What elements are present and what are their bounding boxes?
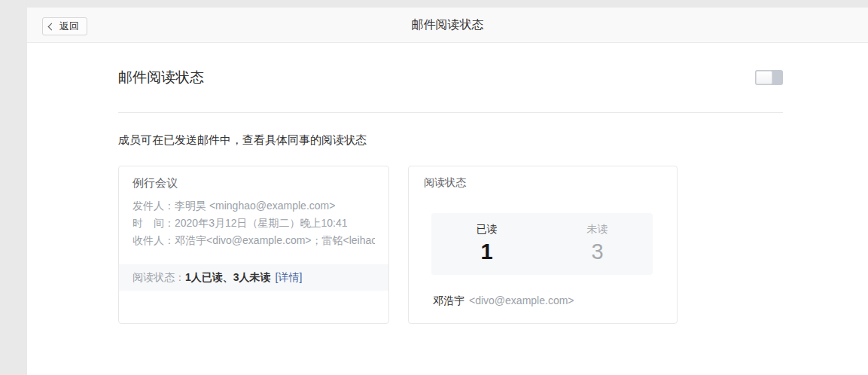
reader-row: 邓浩宇<divo@example.com> (433, 294, 662, 308)
detail-link[interactable]: [详情] (276, 271, 303, 283)
settings-panel: 返回 邮件阅读状态 邮件阅读状态 成员可在已发送邮件中，查看具体同事的阅读状态 … (27, 8, 868, 375)
content-area: 邮件阅读状态 成员可在已发送邮件中，查看具体同事的阅读状态 例行会议 发件人：李… (118, 43, 783, 324)
unread-column: 未读 3 (542, 213, 653, 275)
status-card-body: 阅读状态 已读 1 未读 3 邓浩宇<divo@example.com> (409, 166, 677, 308)
mail-recipients-line: 收件人：邓浩宇<divo@example.com>；雷铭<leihao@e... (132, 232, 375, 249)
mail-card-body: 例行会议 发件人：李明昊 <minghao@example.com> 时 间：2… (119, 166, 388, 249)
read-status-label: 阅读状态： (132, 271, 185, 283)
read-status-card: 阅读状态 已读 1 未读 3 邓浩宇<divo@example.com> (408, 166, 678, 324)
back-button-label: 返回 (59, 20, 79, 33)
cards-row: 例行会议 发件人：李明昊 <minghao@example.com> 时 间：2… (118, 166, 783, 324)
time-value: 2020年3月12日（星期二）晚上10:41 (175, 217, 348, 229)
read-status-band: 阅读状态：1人已读、3人未读[详情] (119, 264, 388, 291)
mail-sender-line: 发件人：李明昊 <minghao@example.com> (132, 197, 375, 215)
topbar: 返回 邮件阅读状态 (27, 8, 868, 43)
stat-box: 已读 1 未读 3 (431, 213, 653, 275)
mail-time-line: 时 间：2020年3月12日（星期二）晚上10:41 (132, 215, 375, 232)
unread-count: 3 (542, 239, 653, 264)
mail-example-card: 例行会议 发件人：李明昊 <minghao@example.com> 时 间：2… (118, 166, 389, 324)
reader-name: 邓浩宇 (433, 294, 464, 306)
read-label: 已读 (431, 223, 542, 236)
heading-row: 邮件阅读状态 (118, 68, 783, 87)
sender-label: 发件人： (132, 200, 175, 212)
divider (118, 112, 783, 113)
read-count: 1 (431, 239, 542, 264)
chevron-left-icon (48, 23, 56, 30)
recipients-label: 收件人： (132, 234, 175, 246)
status-card-title: 阅读状态 (424, 176, 662, 190)
sender-value: 李明昊 <minghao@example.com> (175, 200, 335, 212)
read-status-toggle[interactable] (755, 70, 783, 85)
toggle-knob (756, 71, 772, 84)
page-title: 邮件阅读状态 (27, 17, 868, 33)
read-status-value: 1人已读、3人未读 (185, 271, 271, 283)
back-button[interactable]: 返回 (42, 17, 87, 35)
mail-subject: 例行会议 (132, 176, 375, 191)
recipients-value: 邓浩宇<divo@example.com>；雷铭<leihao@e... (175, 234, 375, 246)
feature-description: 成员可在已发送邮件中，查看具体同事的阅读状态 (118, 133, 783, 148)
section-heading: 邮件阅读状态 (118, 68, 204, 87)
time-label: 时 间： (132, 217, 175, 229)
read-column: 已读 1 (431, 213, 542, 275)
reader-email: <divo@example.com> (469, 294, 574, 306)
unread-label: 未读 (542, 223, 653, 236)
